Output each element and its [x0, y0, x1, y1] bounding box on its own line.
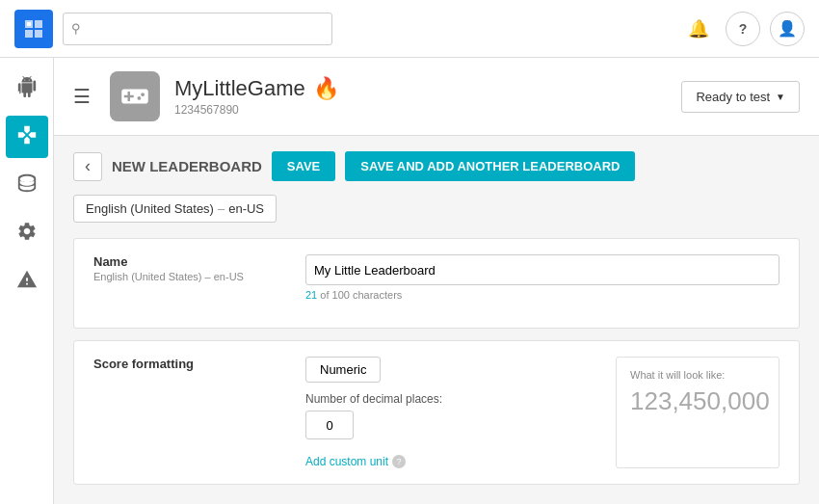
name-label: Name	[93, 254, 286, 269]
search-input[interactable]	[86, 21, 324, 36]
char-used: 21	[305, 289, 317, 301]
app-info: MyLittleGame 🔥 1234567890	[174, 76, 667, 117]
preview-value: 123,450,000	[630, 386, 765, 416]
char-total: 100	[332, 289, 350, 301]
menu-icon[interactable]: ☰	[73, 85, 91, 108]
lang-name: English (United States)	[86, 201, 214, 216]
app-header: ☰ MyLittleGame 🔥 1234567890 Ready to tes…	[54, 58, 819, 136]
page-content: ‹ NEW LEADERBOARD SAVE SAVE AND ADD ANOT…	[54, 136, 819, 500]
name-input[interactable]	[305, 254, 779, 285]
numeric-button[interactable]: Numeric	[305, 357, 381, 383]
score-row: Score formatting Numeric Number of decim…	[93, 357, 779, 468]
app-logo	[14, 10, 53, 48]
app-icon	[110, 71, 160, 121]
name-sublabel: English (United States) – en-US	[93, 271, 286, 282]
bell-button[interactable]: 🔔	[681, 12, 716, 46]
name-row: Name English (United States) – en-US 21 …	[93, 254, 779, 301]
dropdown-icon: ▼	[776, 92, 785, 102]
score-preview: What it will look like: 123,450,000	[616, 357, 779, 468]
score-label-col: Score formatting	[93, 357, 286, 468]
top-nav: ⚲ 🔔 ? 👤	[0, 0, 819, 58]
help-button[interactable]: ?	[726, 12, 760, 46]
name-label-col: Name English (United States) – en-US	[93, 254, 286, 301]
content-area: ☰ MyLittleGame 🔥 1234567890 Ready to tes…	[54, 58, 819, 504]
decimal-input[interactable]	[305, 411, 354, 439]
sidebar-item-database[interactable]	[6, 164, 48, 206]
language-tab[interactable]: English (United States) – en-US	[73, 195, 277, 223]
score-field-col: Numeric Number of decimal places: Add cu…	[305, 357, 779, 468]
warning-icon	[16, 269, 38, 295]
bell-icon: 🔔	[688, 18, 709, 40]
score-controls: Numeric Number of decimal places: Add cu…	[305, 357, 596, 468]
fire-emoji: 🔥	[313, 76, 339, 101]
back-icon: ‹	[85, 156, 91, 176]
search-box[interactable]: ⚲	[63, 13, 332, 45]
account-button[interactable]: 👤	[770, 12, 805, 46]
sidebar-item-settings[interactable]	[6, 212, 48, 254]
search-icon: ⚲	[71, 21, 81, 36]
toolbar: ‹ NEW LEADERBOARD SAVE SAVE AND ADD ANOT…	[73, 151, 800, 181]
back-button[interactable]: ‹	[73, 152, 102, 181]
help-icon: ?	[739, 21, 748, 37]
score-section: Score formatting Numeric Number of decim…	[73, 340, 800, 485]
save-button[interactable]: SAVE	[272, 151, 335, 181]
database-icon	[16, 172, 38, 199]
sidebar-item-android[interactable]	[6, 67, 48, 110]
android-icon	[16, 76, 38, 102]
sidebar-item-gamepad[interactable]	[6, 116, 48, 158]
score-label: Score formatting	[93, 357, 286, 371]
lang-code: en-US	[228, 201, 264, 216]
char-suffix: characters	[353, 289, 402, 301]
save-add-button[interactable]: SAVE AND ADD ANOTHER LEADERBOARD	[345, 151, 635, 181]
name-field-col: 21 of 100 characters	[305, 254, 779, 301]
main-layout: ☰ MyLittleGame 🔥 1234567890 Ready to tes…	[0, 58, 819, 504]
svg-rect-0	[27, 22, 31, 26]
settings-icon	[16, 221, 38, 247]
app-name: MyLittleGame 🔥	[174, 76, 667, 101]
score-inner: Numeric Number of decimal places: Add cu…	[305, 357, 779, 468]
sidebar	[0, 58, 54, 504]
preview-label: What it will look like:	[630, 369, 765, 381]
char-count: 21 of 100 characters	[305, 289, 779, 301]
app-id: 1234567890	[174, 103, 667, 117]
gamepad-icon	[16, 124, 38, 150]
ready-to-test-button[interactable]: Ready to test ▼	[681, 81, 800, 113]
page-title: NEW LEADERBOARD	[112, 158, 262, 174]
account-icon: 👤	[778, 19, 797, 38]
help-circle-icon: ?	[392, 455, 406, 468]
name-section: Name English (United States) – en-US 21 …	[73, 238, 800, 329]
add-custom-unit-link[interactable]: Add custom unit ?	[305, 455, 406, 468]
sidebar-item-warning[interactable]	[6, 260, 48, 303]
top-nav-icons: 🔔 ? 👤	[681, 12, 805, 46]
decimal-label: Number of decimal places:	[305, 392, 596, 406]
